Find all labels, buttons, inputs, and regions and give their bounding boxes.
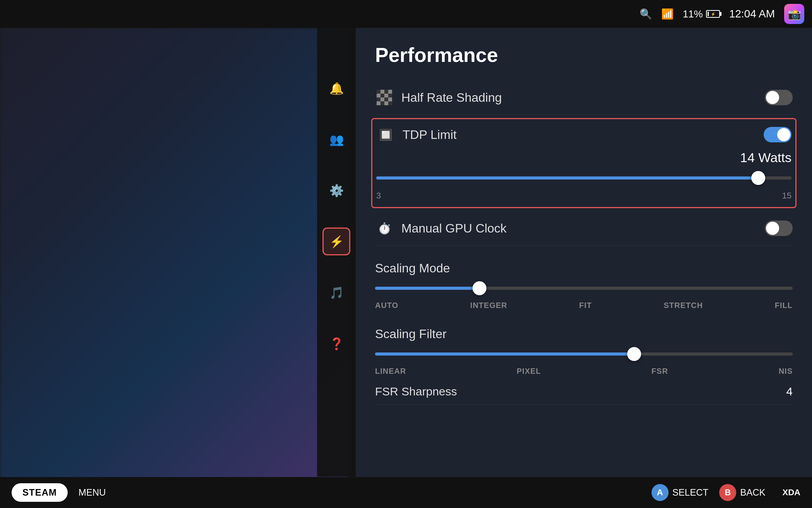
scaling-mode-section: Scaling Mode AUTO INTEGER FIT STRETCH FI… [375,246,793,313]
scaling-filter-track [375,352,793,356]
friends-icon: 👥 [329,133,344,146]
tdp-section: 🔲 TDP Limit 14 Watts 3 15 [371,118,797,208]
half-rate-shading-row: Half Rate Shading [375,80,793,115]
clock: 12:04 AM [729,8,775,20]
manual-gpu-clock-left: ⏱️ Manual GPU Clock [375,219,507,238]
half-rate-shading-toggle[interactable] [765,90,793,105]
sidebar: 🔔 👥 ⚙️ ⚡ 🎵 ❓ [317,28,356,477]
scaling-filter-options: LINEAR PIXEL FSR NIS [375,367,793,376]
filter-linear: LINEAR [375,367,406,376]
a-button[interactable]: A [652,484,669,501]
scaling-filter-slider[interactable] [375,344,793,364]
tdp-slider[interactable] [376,168,792,188]
performance-panel: Performance Half Rate Shading 🔲 [356,28,812,477]
steam-button[interactable]: STEAM [12,483,68,502]
tdp-limit-toggle[interactable] [764,127,792,142]
filter-pixel: PIXEL [517,367,541,376]
tdp-slider-track [376,176,792,180]
scale-auto: AUTO [375,301,398,310]
status-bar: 🔍 📶 11% ⚡ 12:04 AM 📸 [0,0,812,28]
fsr-sharpness-value: 4 [786,385,793,398]
fsr-sharpness-label: FSR Sharpness [375,385,457,398]
battery-percent: 11% [683,8,703,20]
gauge-icon: ⏱️ [375,219,394,238]
tdp-min-label: 3 [376,191,381,201]
half-rate-shading-left: Half Rate Shading [375,88,502,107]
scaling-mode-label: Scaling Mode [375,261,793,275]
back-label: BACK [740,487,765,498]
select-action[interactable]: A SELECT [652,484,708,501]
help-icon: ❓ [329,337,344,351]
bottom-bar: STEAM MENU A SELECT B BACK XDA [0,477,812,508]
game-background [0,28,348,508]
scaling-filter-thumb[interactable] [627,347,641,361]
scaling-mode-slider[interactable] [375,279,793,298]
tdp-limit-row: 🔲 TDP Limit [376,125,792,147]
scaling-filter-label: Scaling Filter [375,327,793,341]
fsr-sharpness-row: FSR Sharpness 4 [375,379,793,405]
battery-icon: ⚡ [706,10,720,18]
tdp-limit-left: 🔲 TDP Limit [376,125,457,144]
sidebar-item-performance[interactable]: ⚡ [322,227,350,255]
sidebar-item-help[interactable]: ❓ [322,330,350,357]
scaling-mode-track [375,287,793,290]
manual-gpu-clock-row: ⏱️ Manual GPU Clock [375,211,793,246]
sidebar-item-notifications[interactable]: 🔔 [322,74,350,102]
filter-fsr: FSR [652,367,668,376]
scaling-mode-thumb[interactable] [473,281,486,295]
tdp-max-label: 15 [782,191,792,201]
scale-integer: INTEGER [470,301,507,310]
xda-logo: XDA [783,487,800,498]
manual-gpu-clock-label: Manual GPU Clock [401,221,507,236]
scale-fill: FILL [775,301,793,310]
manual-gpu-clock-toggle[interactable] [765,221,793,236]
gear-icon: ⚙️ [329,184,344,197]
checkerboard-icon [375,88,394,107]
bell-icon: 🔔 [329,82,344,95]
sidebar-item-music[interactable]: 🎵 [322,279,350,306]
sidebar-item-settings[interactable]: ⚙️ [322,176,350,204]
lightning-icon: ⚡ [329,235,344,248]
tdp-limit-label: TDP Limit [403,128,457,142]
half-rate-shading-label: Half Rate Shading [401,91,502,105]
battery-indicator: 11% ⚡ [683,8,720,20]
music-icon: 🎵 [329,286,344,299]
sidebar-item-friends[interactable]: 👥 [322,125,350,153]
bottom-actions: A SELECT B BACK XDA [652,484,800,501]
menu-label[interactable]: MENU [78,487,106,498]
select-label: SELECT [672,487,708,498]
scaling-filter-fill [375,352,634,356]
b-button[interactable]: B [719,484,736,501]
scaling-filter-section: Scaling Filter LINEAR PIXEL FSR NIS [375,313,793,379]
tdp-slider-fill [376,176,758,180]
app-icon[interactable]: 📸 [784,4,804,24]
scaling-mode-fill [375,287,479,290]
scaling-mode-options: AUTO INTEGER FIT STRETCH FILL [375,301,793,310]
scale-fit: FIT [579,301,592,310]
back-action[interactable]: B BACK [719,484,765,501]
tdp-value: 14 Watts [376,150,792,165]
scale-stretch: STRETCH [664,301,703,310]
tdp-slider-labels: 3 15 [376,191,792,201]
panel-title: Performance [375,43,793,67]
filter-nis: NIS [779,367,793,376]
wifi-icon: 📶 [661,8,674,20]
search-icon[interactable]: 🔍 [640,8,652,20]
chip-icon: 🔲 [376,125,395,144]
tdp-slider-thumb[interactable] [751,171,765,185]
